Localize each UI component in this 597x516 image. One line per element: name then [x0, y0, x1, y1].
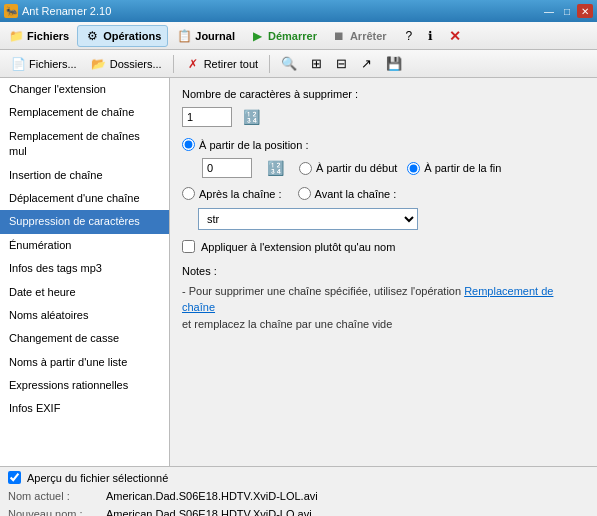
radio-debut-label: À partir du début [316, 162, 397, 174]
toolbar-separator-1 [173, 55, 174, 73]
notes-line1: - Pour supprimer une chaîne spécifiée, u… [182, 283, 585, 316]
grid2-button[interactable]: ⊟ [330, 53, 353, 75]
list-item-deplacement-chaine[interactable]: Déplacement d'une chaîne [0, 187, 169, 210]
radio-after-label: Après la chaîne : [199, 188, 282, 200]
nom-actuel-label: Nom actuel : [8, 488, 98, 506]
radio-before-item[interactable]: Avant la chaîne : [298, 187, 397, 200]
radio-before-label: Avant la chaîne : [315, 188, 397, 200]
journal-menu-icon: 📋 [176, 28, 192, 44]
radio-after-item[interactable]: Après la chaîne : [182, 187, 282, 200]
app-icon: 🐜 [4, 4, 18, 18]
operations-menu-icon: ⚙ [84, 28, 100, 44]
retirer-tout-icon: ✗ [185, 56, 201, 72]
count-input[interactable]: 1 [182, 107, 232, 127]
menu-demarrer[interactable]: ▶ Démarrer [243, 25, 323, 47]
arrow-button[interactable]: ↗ [355, 53, 378, 75]
menu-operations[interactable]: ⚙ Opérations [77, 25, 168, 47]
notes-section: Notes : - Pour supprimer une chaîne spéc… [182, 263, 585, 332]
fichiers-toolbar-icon: 📄 [10, 56, 26, 72]
position-spinner-icon[interactable]: 🔢 [262, 157, 289, 179]
retirer-tout-button[interactable]: ✗ Retirer tout [179, 53, 264, 75]
chain-dropdown-row: str [182, 208, 585, 230]
journal-menu-label: Journal [195, 30, 235, 42]
minimize-button[interactable]: — [541, 4, 557, 18]
list-item-expressions-rationnelles[interactable]: Expressions rationnelles [0, 374, 169, 397]
save-button[interactable]: 💾 [380, 53, 408, 75]
app-title: Ant Renamer 2.10 [22, 5, 111, 17]
nom-actuel-value: American.Dad.S06E18.HDTV.XviD-LOL.avi [106, 488, 318, 506]
radio-debut[interactable] [299, 162, 312, 175]
operation-list: Changer l'extension Remplacement de chaî… [0, 78, 170, 466]
bottom-panel: Aperçu du fichier sélectionné Nom actuel… [0, 466, 597, 516]
fichiers-toolbar-label: Fichiers... [29, 58, 77, 70]
toolbar-separator-2 [269, 55, 270, 73]
maximize-button[interactable]: □ [559, 4, 575, 18]
preview-row-actuel: Nom actuel : American.Dad.S06E18.HDTV.Xv… [8, 488, 589, 506]
radio-fin[interactable] [407, 162, 420, 175]
demarrer-menu-icon: ▶ [249, 28, 265, 44]
nouveau-nom-value: American.Dad.S06E18.HDTV.XviD-LO.avi [106, 506, 312, 516]
list-item-enumeration[interactable]: Énumération [0, 234, 169, 257]
exit-button[interactable]: ✕ [442, 25, 468, 47]
count-spinner-icon[interactable]: 🔢 [238, 106, 265, 128]
chain-dropdown[interactable]: str [198, 208, 418, 230]
dossiers-toolbar-button[interactable]: 📂 Dossiers... [85, 53, 168, 75]
radio-position-label: À partir de la position : [199, 139, 308, 151]
radio-position-item[interactable]: À partir de la position : [182, 138, 308, 151]
menu-arreter[interactable]: ⏹ Arrêter [325, 25, 393, 47]
radio-position[interactable] [182, 138, 195, 151]
about-button[interactable]: ℹ [421, 25, 440, 47]
list-item-insertion-chaine[interactable]: Insertion de chaîne [0, 164, 169, 187]
notes-link[interactable]: Remplacement de chaîne [182, 285, 553, 314]
list-item-noms-aleatoires[interactable]: Noms aléatoires [0, 304, 169, 327]
operation-settings: Nombre de caractères à supprimer : 1 🔢 À… [170, 78, 597, 466]
list-item-remplacement-chaines-mul[interactable]: Remplacement de chaînes mul [0, 125, 169, 164]
demarrer-menu-label: Démarrer [268, 30, 317, 42]
fichiers-menu-label: Fichiers [27, 30, 69, 42]
list-item-infos-tags-mp3[interactable]: Infos des tags mp3 [0, 257, 169, 280]
list-item-suppression-caracteres[interactable]: Suppression de caractères [0, 210, 169, 233]
radio-fin-label: À partir de la fin [424, 162, 501, 174]
toolbar: 📄 Fichiers... 📂 Dossiers... ✗ Retirer to… [0, 50, 597, 78]
help-button[interactable]: ? [399, 25, 420, 47]
after-before-row: Après la chaîne : Avant la chaîne : [182, 187, 585, 200]
preview-checkbox-label: Aperçu du fichier sélectionné [27, 472, 168, 484]
notes-title: Notes : [182, 263, 585, 280]
search-button[interactable]: 🔍 [275, 53, 303, 75]
menu-journal[interactable]: 📋 Journal [170, 25, 241, 47]
list-item-changement-casse[interactable]: Changement de casse [0, 327, 169, 350]
retirer-tout-label: Retirer tout [204, 58, 258, 70]
extension-checkbox-row: Appliquer à l'extension plutôt qu'au nom [182, 240, 585, 253]
list-item-remplacement-chaine[interactable]: Remplacement de chaîne [0, 101, 169, 124]
position-radio-row: À partir de la position : [182, 138, 585, 151]
menu-bar: 📁 Fichiers ⚙ Opérations 📋 Journal ▶ Déma… [0, 22, 597, 50]
menu-fichiers[interactable]: 📁 Fichiers [2, 25, 75, 47]
preview-checkbox[interactable] [8, 471, 21, 484]
radio-debut-item[interactable]: À partir du début [299, 162, 397, 175]
arreter-menu-label: Arrêter [350, 30, 387, 42]
extension-checkbox-label: Appliquer à l'extension plutôt qu'au nom [201, 241, 395, 253]
nouveau-nom-label: Nouveau nom : [8, 506, 98, 516]
list-item-changer-extension[interactable]: Changer l'extension [0, 78, 169, 101]
position-input[interactable] [202, 158, 252, 178]
preview-table: Nom actuel : American.Dad.S06E18.HDTV.Xv… [0, 486, 597, 516]
list-item-infos-exif[interactable]: Infos EXIF [0, 397, 169, 420]
count-label: Nombre de caractères à supprimer : [182, 88, 585, 100]
preview-row-nouveau: Nouveau nom : American.Dad.S06E18.HDTV.X… [8, 506, 589, 516]
dossiers-toolbar-icon: 📂 [91, 56, 107, 72]
title-bar: 🐜 Ant Renamer 2.10 — □ ✕ [0, 0, 597, 22]
count-input-row: 1 🔢 [182, 106, 585, 128]
fichiers-toolbar-button[interactable]: 📄 Fichiers... [4, 53, 83, 75]
extension-checkbox[interactable] [182, 240, 195, 253]
close-button[interactable]: ✕ [577, 4, 593, 18]
radio-after[interactable] [182, 187, 195, 200]
list-item-noms-liste[interactable]: Noms à partir d'une liste [0, 351, 169, 374]
grid-button[interactable]: ⊞ [305, 53, 328, 75]
dossiers-toolbar-label: Dossiers... [110, 58, 162, 70]
arreter-menu-icon: ⏹ [331, 28, 347, 44]
operations-menu-label: Opérations [103, 30, 161, 42]
preview-checkbox-row: Aperçu du fichier sélectionné [0, 467, 597, 486]
radio-fin-item[interactable]: À partir de la fin [407, 162, 501, 175]
list-item-date-heure[interactable]: Date et heure [0, 281, 169, 304]
radio-before[interactable] [298, 187, 311, 200]
